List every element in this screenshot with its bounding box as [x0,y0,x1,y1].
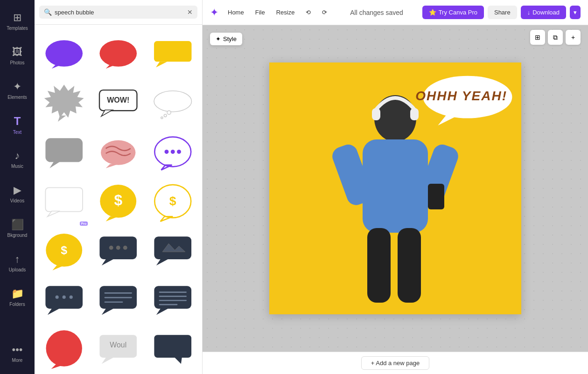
clear-search-button[interactable]: ✕ [187,8,193,16]
svg-point-36 [109,246,113,250]
svg-rect-70 [367,228,391,303]
list-item[interactable] [92,127,144,178]
list-item[interactable] [92,275,144,326]
list-item[interactable] [147,324,198,374]
list-item[interactable]: Woul [92,324,144,374]
sidebar-item-uploads[interactable]: ↑ Uploads [0,245,35,280]
svg-rect-24 [45,187,83,211]
download-more-button[interactable]: ▾ [570,6,581,19]
list-item[interactable] [147,28,198,80]
bubble-oval-svg [152,83,194,124]
bubble-dollar-yellow-svg: $ [98,181,139,222]
main-area: ✦ Home File Resize ⟲ ⟳ All changes saved… [203,0,588,374]
nav-home[interactable]: Home [224,7,248,18]
bubble-chat-sm-svg: Woul [98,329,139,370]
download-button[interactable]: ↓ Download [521,6,566,19]
list-item[interactable] [147,127,198,178]
svg-point-59 [46,331,82,367]
bubble-lines-dark-svg [98,280,139,321]
sidebar-label-text: Text [13,130,21,135]
nav-file[interactable]: File [252,7,269,18]
list-item[interactable] [38,324,90,374]
svg-point-46 [70,295,73,298]
svg-point-2 [100,40,137,67]
sidebar-label-elements: Elements [7,95,27,100]
svg-marker-65 [175,358,182,364]
try-pro-button[interactable]: ⭐ Try Canva Pro [422,6,484,19]
topbar-nav: Home File Resize ⟲ ⟳ [224,7,331,18]
bubble-dots-sm-dark-svg [43,280,84,321]
bubble-dollar-outline-svg: $ [152,181,194,223]
search-input[interactable] [55,9,184,16]
bubble-lines2-dark-svg [152,280,194,321]
style-button[interactable]: ✦ Style [210,33,242,45]
nav-redo[interactable]: ⟳ [318,7,331,18]
svg-marker-42 [156,259,168,265]
list-item[interactable] [38,28,90,80]
svg-point-37 [116,246,120,250]
svg-rect-71 [398,228,421,303]
canvas-copy-button[interactable]: ⧉ [548,30,563,45]
sidebar-item-text[interactable]: T Text [0,107,35,142]
list-item[interactable] [38,78,90,129]
svg-rect-15 [45,138,83,162]
nav-resize[interactable]: Resize [273,7,299,18]
sidebar-label-music: Music [11,164,23,169]
canvas-area: ✦ Style ⊞ ⧉ + [203,25,588,352]
sidebar-item-music[interactable]: ♪ Music [0,142,35,176]
svg-marker-6 [44,85,84,118]
list-item[interactable] [147,78,198,129]
canvas-speech-text[interactable]: OHHH YEAH! [415,88,507,104]
sidebar-item-videos[interactable]: ▶ Videos [0,176,35,211]
sidebar-item-folders[interactable]: 📁 Folders [0,280,35,314]
bubble-dots-dark-svg [98,230,139,271]
music-icon: ♪ [15,150,20,162]
topbar-right: ⭐ Try Canva Pro Share ↓ Download ▾ [422,6,581,19]
list-item[interactable]: Pro [38,176,90,228]
bubble-dollar-sm-svg: $ [43,230,84,271]
share-button[interactable]: Share [488,6,517,19]
results-grid: WOW! [35,25,202,374]
svg-point-0 [45,40,83,67]
list-item[interactable]: $ [38,225,90,277]
design-status: All changes saved [350,9,403,16]
list-item[interactable]: $ [147,176,198,228]
list-item[interactable] [147,225,198,277]
svg-point-14 [161,117,162,119]
list-item[interactable] [92,28,144,80]
list-item[interactable]: WOW! [92,78,144,129]
canva-logo[interactable]: ✦ [210,7,218,19]
sidebar-item-photos[interactable]: 🖼 Photos [0,38,35,73]
list-item[interactable] [147,275,198,326]
svg-point-20 [164,150,168,154]
bubble-burst-svg [43,83,84,124]
sidebar-item-templates[interactable]: ⊞ Templates [0,4,35,38]
canvas-grid-button[interactable]: ⊞ [530,30,545,45]
bubble-purple-svg [43,34,84,75]
svg-rect-4 [154,41,191,62]
svg-point-38 [123,246,127,250]
list-item[interactable]: $ [92,176,144,228]
list-item[interactable] [92,225,144,277]
canvas-toolbar: ⊞ ⧉ + [530,30,581,45]
add-page-button[interactable]: + Add a new page [361,356,429,370]
bubble-bacon-svg [98,132,139,173]
canvas-add-button[interactable]: + [566,30,581,45]
svg-rect-73 [410,108,419,120]
svg-marker-63 [102,358,113,364]
list-item[interactable] [38,275,90,326]
style-icon: ✦ [216,35,221,42]
uploads-icon: ↑ [15,253,20,265]
left-sidebar: ⊞ Templates 🖼 Photos ✦ Elements T Text ♪… [0,0,35,374]
sidebar-item-background[interactable]: ⬛ Bkground [0,211,35,245]
bubble-chat-white-svg [43,181,84,222]
bubble-wow-svg: WOW! [98,83,139,124]
sidebar-item-more[interactable]: ••• More [0,336,35,370]
sidebar-item-elements[interactable]: ✦ Elements [0,73,35,107]
svg-point-45 [63,295,66,298]
svg-rect-74 [428,184,444,209]
topbar-center: All changes saved [336,9,416,16]
nav-undo[interactable]: ⟲ [302,7,315,18]
svg-point-21 [170,150,175,154]
list-item[interactable] [38,127,90,178]
